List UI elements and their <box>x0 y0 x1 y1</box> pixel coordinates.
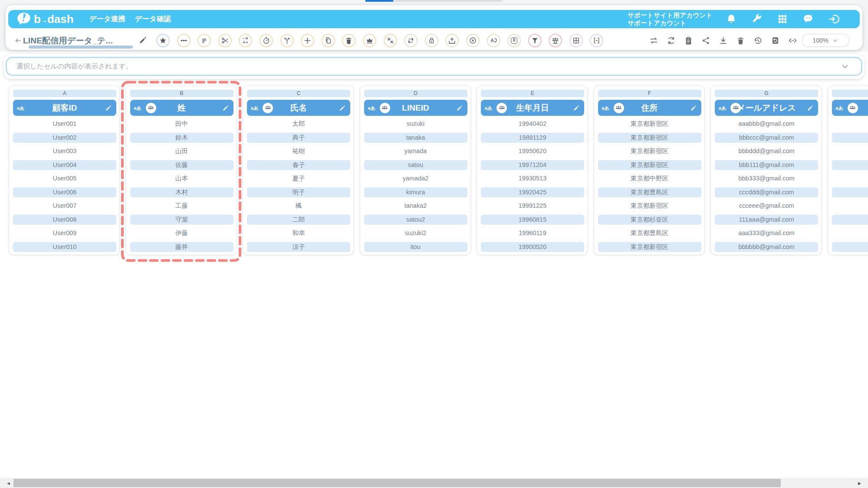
cell-C2[interactable]: 典子 <box>247 133 350 143</box>
add-button[interactable] <box>301 34 314 47</box>
cell-F3[interactable]: 東京都新宿区 <box>598 146 701 156</box>
bdash-logo[interactable]: b→dash <box>16 11 74 27</box>
split-button[interactable] <box>218 34 232 47</box>
cell-B5[interactable]: 山本 <box>130 174 233 183</box>
cell-A8[interactable]: User008 <box>13 215 116 225</box>
fill-zero-button[interactable]: 0 <box>507 34 521 47</box>
cell-A1[interactable]: User001 <box>13 119 116 129</box>
cell-H4[interactable] <box>832 160 868 170</box>
edit-column-pencil-icon[interactable] <box>573 105 580 111</box>
cell-D7[interactable]: tanaka2 <box>364 201 467 211</box>
convert-button[interactable] <box>404 34 418 47</box>
edit-column-pencil-icon[interactable] <box>222 105 229 111</box>
cell-B10[interactable]: 藤井 <box>130 242 233 252</box>
filter-button[interactable] <box>528 34 542 47</box>
transfer-button[interactable] <box>649 36 658 45</box>
cell-E3[interactable]: 19950620 <box>481 146 584 156</box>
edit-column-pencil-icon[interactable] <box>690 105 697 111</box>
cell-D8[interactable]: satou2 <box>364 215 467 225</box>
edit-column-pencil-icon[interactable] <box>105 105 112 111</box>
cell-A6[interactable]: User006 <box>13 187 116 197</box>
settings-wrench-icon[interactable] <box>751 13 763 25</box>
code-button[interactable] <box>788 36 797 45</box>
cell-C7[interactable]: 楓 <box>247 201 350 211</box>
cell-E5[interactable]: 19930513 <box>481 174 584 183</box>
restore-button[interactable] <box>771 36 780 45</box>
cell-G9[interactable]: aaa333@gmail.com <box>715 228 818 238</box>
cell-C9[interactable]: 和幸 <box>247 228 350 238</box>
cell-E4[interactable]: 19971204 <box>481 160 584 170</box>
column-letter[interactable]: B <box>130 90 233 97</box>
cell-H2[interactable] <box>832 133 868 143</box>
column-header[interactable]: aあ顧客ID <box>13 100 116 116</box>
cell-F9[interactable]: 東京都豊島区 <box>598 228 701 238</box>
favorite-button[interactable] <box>156 34 170 47</box>
cell-A5[interactable]: User005 <box>13 174 116 183</box>
cell-F4[interactable]: 東京都新宿区 <box>598 160 701 170</box>
edit-title-pencil-icon[interactable] <box>139 36 147 44</box>
cell-F1[interactable]: 東京都新宿区 <box>598 119 701 129</box>
cell-G10[interactable]: bbbbbb@gmail.com <box>715 242 818 252</box>
cell-D9[interactable]: suzuki2 <box>364 228 467 238</box>
cell-E6[interactable]: 19920425 <box>481 187 584 197</box>
cell-G4[interactable]: bbb111@gmail.com <box>715 160 818 170</box>
cell-D6[interactable]: kimura <box>364 187 467 197</box>
cell-C10[interactable]: 涼子 <box>247 242 350 252</box>
cell-F6[interactable]: 東京都豊島区 <box>598 187 701 197</box>
assistant-chat-icon[interactable] <box>802 13 814 25</box>
horizontal-scrollbar[interactable]: ◄ ► <box>0 478 868 488</box>
menu-item-2[interactable]: データ確認 <box>135 14 171 24</box>
cell-A2[interactable]: User002 <box>13 133 116 143</box>
zoom-control[interactable]: 100% <box>802 34 849 47</box>
formula-input[interactable]: 選択したセルの内容が表示されます。 <box>6 57 862 76</box>
cell-G3[interactable]: bbbddd@gmail.com <box>715 146 818 156</box>
premium-button[interactable] <box>363 34 376 47</box>
column-header[interactable]: aあ <box>832 100 868 116</box>
cell-G1[interactable]: aaabbb@gmail.com <box>715 119 818 129</box>
cell-H7[interactable] <box>832 201 868 211</box>
cell-D4[interactable]: satou <box>364 160 467 170</box>
column-header[interactable]: aあ生年月日 <box>481 100 584 116</box>
cell-F8[interactable]: 東京都杉並区 <box>598 215 701 225</box>
delete-button[interactable] <box>736 36 745 45</box>
cell-D5[interactable]: yamada2 <box>364 174 467 183</box>
cell-A9[interactable]: User009 <box>13 228 116 238</box>
mask-button[interactable] <box>425 34 438 47</box>
cell-E7[interactable]: 19991225 <box>481 201 584 211</box>
menu-item-1[interactable]: データ連携 <box>89 14 125 24</box>
apps-grid-icon[interactable] <box>777 13 788 25</box>
scrollbar-thumb[interactable] <box>13 479 781 487</box>
cell-H1[interactable] <box>832 119 868 129</box>
duplicate-button[interactable] <box>322 34 335 47</box>
cell-E10[interactable]: 19900520 <box>481 242 584 252</box>
edit-column-pencil-icon[interactable] <box>339 105 346 111</box>
cell-F5[interactable]: 東京都中野区 <box>598 174 701 183</box>
cell-C1[interactable]: 太郎 <box>247 119 350 129</box>
cell-C3[interactable]: 祐樹 <box>247 146 350 156</box>
cell-D3[interactable]: yamada <box>364 146 467 156</box>
column-header[interactable]: aあメールアドレス <box>715 100 818 116</box>
column-letter[interactable]: C <box>247 90 350 97</box>
column-letter[interactable]: E <box>481 90 584 97</box>
cell-B9[interactable]: 伊藤 <box>130 228 233 238</box>
cell-B6[interactable]: 木村 <box>130 187 233 197</box>
table-view-button[interactable] <box>569 34 583 47</box>
history-button[interactable] <box>753 36 763 45</box>
export-button[interactable] <box>445 34 459 47</box>
column-letter[interactable]: A <box>13 90 116 97</box>
refresh-button[interactable] <box>667 36 676 45</box>
column-letter[interactable]: F <box>598 90 701 97</box>
cell-C4[interactable]: 春子 <box>247 160 350 170</box>
cell-B2[interactable]: 鈴木 <box>130 133 233 143</box>
cell-G2[interactable]: bbbccc@gmail.com <box>715 133 818 143</box>
column-header[interactable]: aあ住所 <box>598 100 701 116</box>
summary-button[interactable] <box>197 34 211 47</box>
cell-B8[interactable]: 守屋 <box>130 215 233 225</box>
cell-F7[interactable]: 東京都新宿区 <box>598 201 701 211</box>
exclude-button[interactable] <box>466 34 480 47</box>
cell-A3[interactable]: User003 <box>13 146 116 156</box>
edit-column-pencil-icon[interactable] <box>807 105 814 111</box>
cell-A4[interactable]: User004 <box>13 160 116 170</box>
cell-C5[interactable]: 夏子 <box>247 174 350 183</box>
cell-E1[interactable]: 19940402 <box>481 119 584 129</box>
